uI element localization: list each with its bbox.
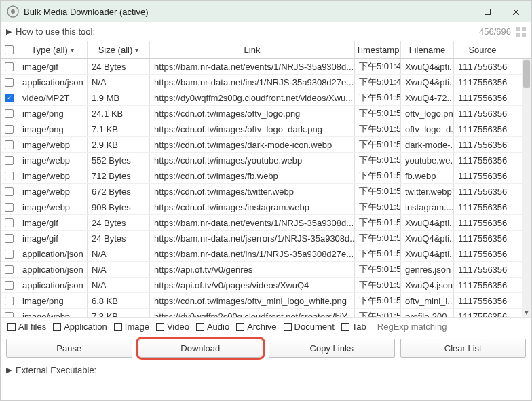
svg-point-1 xyxy=(11,9,15,14)
column-header-type[interactable]: Type (all)▾ xyxy=(18,41,88,58)
cell-link: https://cdn.of.tv/images/youtube.webp xyxy=(150,153,355,168)
cell-size: N/A xyxy=(88,262,150,277)
table-row[interactable]: image/png7.1 KBhttps://cdn.of.tv/images/… xyxy=(1,121,531,137)
filter-allfiles[interactable]: All files xyxy=(7,322,46,332)
cell-size: 712 Bytes xyxy=(88,168,150,183)
row-checkbox[interactable] xyxy=(1,309,18,317)
cell-filename: oftv_mini_l... xyxy=(401,293,454,308)
column-header-link[interactable]: Link xyxy=(150,41,355,58)
cell-size: 908 Bytes xyxy=(88,199,150,214)
regex-input[interactable] xyxy=(373,320,525,335)
column-header-size[interactable]: Size (all)▾ xyxy=(88,41,150,58)
cell-filename: XwuQ4.json xyxy=(401,278,454,292)
column-header-filename[interactable]: Filename xyxy=(401,41,454,58)
table-row[interactable]: image/webp2.9 KBhttps://cdn.of.tv/images… xyxy=(1,137,531,153)
cell-type: image/webp xyxy=(18,199,88,214)
table-header: Type (all)▾ Size (all)▾ Link Timestamp F… xyxy=(1,41,531,59)
table-row[interactable]: image/png6.8 KBhttps://cdn.of.tv/images/… xyxy=(1,293,531,309)
filter-image[interactable]: Image xyxy=(114,322,149,332)
window-title: Bulk Media Downloader (active) xyxy=(24,7,444,17)
cell-filename: fb.webp xyxy=(401,168,454,183)
cell-type: video/MP2T xyxy=(18,90,88,105)
scroll-thumb[interactable] xyxy=(523,60,530,88)
cell-size: 552 Bytes xyxy=(88,153,150,168)
filter-tab[interactable]: Tab xyxy=(341,322,366,332)
table-row[interactable]: image/webp552 Byteshttps://cdn.of.tv/ima… xyxy=(1,153,531,168)
cell-source: 1117556356 xyxy=(454,309,511,317)
cell-timestamp: 下午5:01:58 xyxy=(355,309,401,317)
titlebar: Bulk Media Downloader (active) xyxy=(1,1,531,22)
row-checkbox[interactable] xyxy=(1,293,18,308)
cell-timestamp: 下午5:01:57 xyxy=(355,199,401,214)
table-row[interactable]: application/jsonN/Ahttps://api.of.tv/v0/… xyxy=(1,278,531,293)
download-button[interactable]: Download xyxy=(138,339,264,358)
row-checkbox[interactable] xyxy=(1,278,18,292)
row-checkbox[interactable] xyxy=(1,262,18,277)
pause-button[interactable]: Pause xyxy=(6,339,132,358)
row-checkbox[interactable] xyxy=(1,90,18,105)
cell-type: image/webp xyxy=(18,168,88,183)
scrollbar[interactable]: ▲ ▼ xyxy=(522,59,531,317)
clear-list-button[interactable]: Clear List xyxy=(400,339,527,358)
row-checkbox[interactable] xyxy=(1,59,18,74)
howto-label: How to use this tool: xyxy=(16,26,95,37)
howto-panel[interactable]: ▶ How to use this tool: 456/696 xyxy=(1,22,531,41)
row-checkbox[interactable] xyxy=(1,215,18,230)
column-header-source[interactable]: Source xyxy=(454,41,511,58)
column-header-timestamp[interactable]: Timestamp xyxy=(355,41,401,58)
maximize-button[interactable] xyxy=(473,1,501,22)
cell-size: 7.1 KB xyxy=(88,121,150,136)
cell-timestamp: 下午5:01:58 xyxy=(355,262,401,277)
table-row[interactable]: video/MP2T1.9 MBhttps://dy0wqffm2s00g.cl… xyxy=(1,90,531,106)
row-checkbox[interactable] xyxy=(1,184,18,199)
row-checkbox[interactable] xyxy=(1,137,18,152)
table-row[interactable]: application/jsonN/Ahttps://api.of.tv/v0/… xyxy=(1,262,531,278)
cell-link: https://cdn.of.tv/images/oftv_logo.png xyxy=(150,106,355,121)
table-row[interactable]: image/gif24 Byteshttps://bam.nr-data.net… xyxy=(1,215,531,231)
table-row[interactable]: image/webp672 Byteshttps://cdn.of.tv/ima… xyxy=(1,184,531,199)
cell-filename: youtube.we... xyxy=(401,153,454,168)
row-checkbox[interactable] xyxy=(1,153,18,168)
table-row[interactable]: image/png24.1 KBhttps://cdn.of.tv/images… xyxy=(1,106,531,121)
filter-application[interactable]: Application xyxy=(53,322,107,332)
filter-video[interactable]: Video xyxy=(156,322,189,332)
cell-size: N/A xyxy=(88,75,150,90)
filter-archive[interactable]: Archive xyxy=(236,322,276,332)
cell-link: https://dy0wqffm2s00g.cloudfront.net/cre… xyxy=(150,309,355,317)
cell-timestamp: 下午5:01:41 xyxy=(355,59,401,74)
row-checkbox[interactable] xyxy=(1,231,18,246)
filter-document[interactable]: Document xyxy=(284,322,335,332)
filter-audio[interactable]: Audio xyxy=(196,322,229,332)
cell-timestamp: 下午5:01:57 xyxy=(355,90,401,105)
table-row[interactable]: image/gif24 Byteshttps://bam.nr-data.net… xyxy=(1,59,531,75)
column-header-checkbox[interactable] xyxy=(1,41,18,58)
chevron-down-icon: ▾ xyxy=(71,46,74,54)
copy-links-button[interactable]: Copy Links xyxy=(269,339,395,358)
row-checkbox[interactable] xyxy=(1,199,18,214)
cell-filename: oftv_logo.png xyxy=(401,106,454,121)
minimize-button[interactable] xyxy=(444,1,473,22)
cell-timestamp: 下午5:01:58 xyxy=(355,246,401,261)
cell-link: https://api.of.tv/v0/pages/videos/XwuQ4 xyxy=(150,278,355,292)
table-row[interactable]: image/webp712 Byteshttps://cdn.of.tv/ima… xyxy=(1,168,531,184)
cell-source: 1117556356 xyxy=(454,121,511,136)
row-checkbox[interactable] xyxy=(1,246,18,261)
cell-type: image/gif xyxy=(18,215,88,230)
row-checkbox[interactable] xyxy=(1,75,18,90)
scroll-down-icon[interactable]: ▼ xyxy=(523,309,530,317)
layout-grid-icon[interactable] xyxy=(516,27,526,37)
media-table: Type (all)▾ Size (all)▾ Link Timestamp F… xyxy=(1,41,531,317)
row-checkbox[interactable] xyxy=(1,168,18,183)
external-executable-panel[interactable]: ▶ External Executable: xyxy=(1,360,531,379)
table-row[interactable]: application/jsonN/Ahttps://bam.nr-data.n… xyxy=(1,75,531,90)
row-checkbox[interactable] xyxy=(1,106,18,121)
cell-timestamp: 下午5:01:57 xyxy=(355,215,401,230)
close-button[interactable] xyxy=(501,1,530,22)
cell-link: https://bam.nr-data.net/ins/1/NRJS-35a93… xyxy=(150,75,355,90)
table-row[interactable]: application/jsonN/Ahttps://bam.nr-data.n… xyxy=(1,246,531,262)
row-checkbox[interactable] xyxy=(1,121,18,136)
cell-filename: XwuQ4-72... xyxy=(401,90,454,105)
table-row[interactable]: image/webp908 Byteshttps://cdn.of.tv/ima… xyxy=(1,199,531,215)
table-row[interactable]: image/webp7.3 KBhttps://dy0wqffm2s00g.cl… xyxy=(1,309,531,317)
table-row[interactable]: image/gif24 Byteshttps://bam.nr-data.net… xyxy=(1,231,531,246)
